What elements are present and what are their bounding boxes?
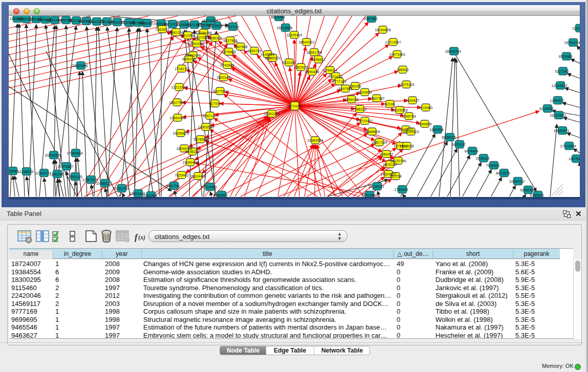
svg-text:6794024: 6794024 [323, 69, 337, 72]
svg-text:9242848: 9242848 [220, 63, 234, 67]
svg-text:8471676: 8471676 [496, 171, 510, 175]
svg-text:18807249: 18807249 [371, 141, 387, 144]
svg-text:8186328: 8186328 [208, 36, 222, 40]
svg-text:417004: 417004 [209, 102, 221, 105]
svg-text:9245052: 9245052 [520, 188, 534, 192]
svg-text:16033809: 16033809 [202, 19, 217, 23]
svg-text:9327505: 9327505 [194, 36, 208, 39]
svg-text:12342737: 12342737 [35, 171, 51, 175]
svg-text:7663822: 7663822 [155, 28, 169, 31]
svg-text:17016504: 17016504 [560, 144, 576, 148]
svg-text:15885201: 15885201 [265, 56, 280, 60]
svg-text:8813054: 8813054 [271, 16, 285, 19]
svg-text:1733426: 1733426 [394, 188, 408, 191]
svg-text:(x): (x) [138, 234, 145, 241]
svg-text:62160: 62160 [385, 102, 395, 106]
svg-text:7515526: 7515526 [208, 24, 222, 28]
svg-text:16782759: 16782759 [113, 187, 128, 190]
svg-text:9383025: 9383025 [530, 193, 543, 197]
svg-text:748500: 748500 [397, 68, 408, 72]
svg-text:8912954: 8912954 [181, 34, 194, 37]
svg-text:16914409: 16914409 [190, 174, 206, 178]
svg-text:1640954: 1640954 [429, 128, 443, 132]
svg-text:8938923: 8938923 [442, 136, 455, 139]
svg-text:20053346: 20053346 [72, 64, 88, 68]
svg-text:9777169: 9777169 [332, 80, 346, 83]
svg-text:1935061: 1935061 [9, 169, 19, 173]
svg-text:19654945: 19654945 [169, 116, 185, 120]
svg-text:15716485: 15716485 [201, 185, 216, 189]
svg-text:1621022: 1621022 [329, 75, 342, 78]
svg-text:9115460: 9115460 [419, 106, 433, 110]
svg-text:15751074: 15751074 [564, 41, 580, 45]
svg-text:17359934: 17359934 [67, 151, 82, 155]
svg-text:1145194: 1145194 [50, 172, 63, 176]
svg-text:16543362: 16543362 [188, 42, 204, 46]
svg-text:2935114: 2935114 [476, 157, 490, 160]
svg-text:20206555: 20206555 [45, 154, 60, 157]
svg-text:10958127: 10958127 [96, 182, 112, 185]
svg-text:252254: 252254 [389, 174, 401, 178]
svg-text:5878552: 5878552 [193, 138, 207, 141]
svg-text:7986322: 7986322 [353, 107, 366, 111]
svg-text:8267130: 8267130 [203, 114, 216, 118]
svg-text:1167534: 1167534 [569, 157, 580, 161]
svg-text:2803144: 2803144 [216, 76, 230, 79]
svg-text:8583505: 8583505 [213, 193, 227, 197]
svg-text:16961758: 16961758 [306, 51, 322, 54]
svg-text:16107554: 16107554 [169, 101, 185, 104]
svg-text:19384554: 19384554 [307, 139, 323, 142]
svg-text:8990448: 8990448 [305, 70, 319, 74]
svg-text:14099489: 14099489 [182, 161, 198, 164]
svg-text:16120746: 16120746 [390, 159, 406, 163]
svg-text:1615132: 1615132 [383, 163, 397, 166]
svg-text:9699695: 9699695 [418, 122, 431, 126]
svg-text:7955812: 7955812 [311, 58, 325, 61]
svg-text:12975115: 12975115 [399, 83, 415, 86]
svg-text:7632621: 7632621 [486, 164, 499, 167]
svg-text:3875685: 3875685 [222, 50, 235, 54]
svg-text:17957275: 17957275 [82, 178, 98, 182]
svg-text:10025453: 10025453 [391, 108, 407, 112]
svg-text:15720407: 15720407 [357, 119, 373, 123]
svg-text:1112430: 1112430 [572, 27, 580, 30]
svg-text:18640910: 18640910 [298, 40, 314, 44]
svg-text:9084067: 9084067 [379, 152, 393, 156]
svg-text:12093872: 12093872 [551, 84, 567, 87]
svg-text:10654112: 10654112 [509, 180, 525, 183]
svg-text:7357224: 7357224 [225, 25, 238, 29]
svg-text:2718170: 2718170 [175, 67, 188, 71]
svg-text:2087682: 2087682 [363, 17, 377, 20]
svg-text:16210643: 16210643 [550, 114, 565, 117]
svg-text:16154808: 16154808 [375, 28, 390, 32]
svg-text:3624554: 3624554 [358, 91, 372, 94]
svg-text:8427552: 8427552 [213, 90, 227, 93]
svg-text:1244415: 1244415 [550, 99, 563, 102]
svg-text:15136141: 15136141 [368, 185, 384, 188]
svg-text:8215955: 8215955 [539, 107, 553, 111]
svg-text:10807487: 10807487 [368, 97, 384, 100]
svg-text:9146821: 9146821 [260, 53, 274, 56]
svg-text:9529986: 9529986 [558, 55, 572, 58]
svg-text:25300203: 25300203 [264, 112, 279, 116]
svg-text:15692971: 15692971 [553, 129, 569, 133]
svg-text:9474444: 9474444 [464, 149, 478, 153]
svg-text:9327508: 9327508 [223, 39, 237, 42]
svg-text:10973493: 10973493 [389, 53, 405, 56]
svg-text:1616928: 1616928 [400, 144, 413, 148]
svg-text:16154923: 16154923 [403, 130, 419, 134]
svg-text:9457791: 9457791 [166, 184, 180, 188]
svg-text:8466160: 8466160 [139, 21, 153, 25]
svg-text:10688609: 10688609 [364, 130, 380, 134]
svg-text:12213389: 12213389 [171, 85, 187, 89]
svg-text:2364436: 2364436 [344, 98, 358, 101]
svg-text:1362615: 1362615 [294, 65, 308, 69]
svg-text:18724007: 18724007 [287, 104, 302, 108]
svg-text:2367608: 2367608 [233, 45, 247, 49]
svg-text:11156829: 11156829 [18, 170, 33, 173]
svg-text:9890112: 9890112 [182, 57, 196, 61]
svg-text:8454749: 8454749 [247, 49, 261, 53]
svg-text:11325419: 11325419 [287, 33, 302, 37]
svg-text:19218586: 19218586 [276, 26, 292, 30]
svg-text:19166829: 19166829 [172, 132, 188, 135]
